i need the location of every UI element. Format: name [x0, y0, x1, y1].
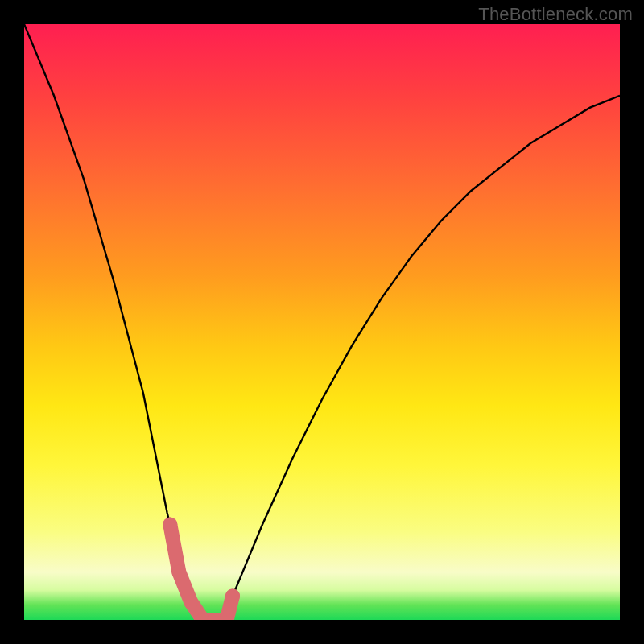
- plot-area: [24, 24, 620, 620]
- chart-frame: TheBottleneck.com: [0, 0, 644, 644]
- curve-layer: [24, 24, 620, 620]
- highlight-dot: [225, 588, 240, 603]
- main-curve-path: [24, 24, 620, 620]
- highlight-dot: [171, 565, 186, 580]
- highlight-dot: [184, 595, 198, 609]
- highlight-dot: [163, 518, 177, 532]
- watermark-text: TheBottleneck.com: [478, 4, 633, 25]
